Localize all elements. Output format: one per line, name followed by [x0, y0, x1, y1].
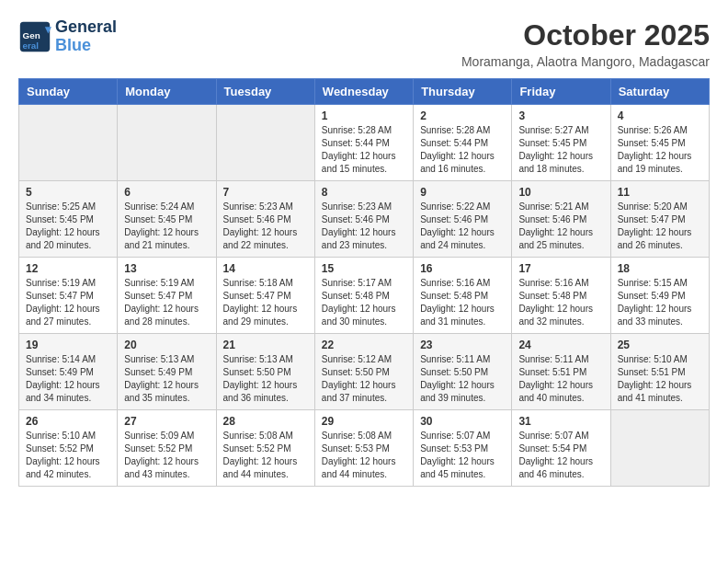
day-number: 13 [124, 262, 209, 275]
calendar-body: 1Sunrise: 5:28 AM Sunset: 5:44 PM Daylig… [19, 105, 710, 487]
day-number: 30 [420, 415, 505, 428]
calendar-week-4: 19Sunrise: 5:14 AM Sunset: 5:49 PM Dayli… [19, 334, 710, 410]
day-info: Sunrise: 5:14 AM Sunset: 5:49 PM Dayligh… [26, 353, 110, 405]
day-info: Sunrise: 5:23 AM Sunset: 5:46 PM Dayligh… [223, 201, 308, 252]
day-info: Sunrise: 5:21 AM Sunset: 5:46 PM Dayligh… [518, 201, 603, 252]
calendar-cell: 24Sunrise: 5:11 AM Sunset: 5:51 PM Dayli… [512, 334, 610, 410]
calendar-table: SundayMondayTuesdayWednesdayThursdayFrid… [18, 78, 710, 487]
weekday-header-tuesday: Tuesday [216, 79, 314, 105]
day-number: 19 [26, 339, 110, 351]
calendar-cell: 7Sunrise: 5:23 AM Sunset: 5:46 PM Daylig… [216, 181, 314, 258]
day-number: 29 [322, 415, 406, 428]
day-info: Sunrise: 5:19 AM Sunset: 5:47 PM Dayligh… [26, 277, 110, 328]
day-info: Sunrise: 5:20 AM Sunset: 5:47 PM Dayligh… [618, 201, 702, 252]
day-number: 20 [124, 339, 209, 351]
day-info: Sunrise: 5:28 AM Sunset: 5:44 PM Dayligh… [420, 124, 505, 176]
day-number: 23 [420, 339, 505, 351]
day-info: Sunrise: 5:22 AM Sunset: 5:46 PM Dayligh… [420, 201, 505, 252]
day-info: Sunrise: 5:16 AM Sunset: 5:48 PM Dayligh… [518, 277, 603, 328]
day-info: Sunrise: 5:25 AM Sunset: 5:45 PM Dayligh… [26, 201, 110, 252]
day-number: 31 [518, 415, 603, 428]
calendar-cell: 30Sunrise: 5:07 AM Sunset: 5:53 PM Dayli… [414, 410, 512, 487]
weekday-header-sunday: Sunday [19, 79, 118, 105]
logo-line2: Blue [55, 37, 117, 55]
calendar-header: SundayMondayTuesdayWednesdayThursdayFrid… [19, 79, 710, 105]
day-number: 18 [618, 262, 702, 275]
day-number: 22 [322, 339, 406, 351]
weekday-header-friday: Friday [512, 79, 610, 105]
day-info: Sunrise: 5:11 AM Sunset: 5:51 PM Dayligh… [518, 353, 603, 405]
day-info: Sunrise: 5:08 AM Sunset: 5:52 PM Dayligh… [223, 430, 308, 481]
calendar-cell: 1Sunrise: 5:28 AM Sunset: 5:44 PM Daylig… [314, 105, 413, 181]
day-info: Sunrise: 5:17 AM Sunset: 5:48 PM Dayligh… [322, 277, 406, 328]
calendar-cell [216, 105, 314, 181]
calendar-cell: 15Sunrise: 5:17 AM Sunset: 5:48 PM Dayli… [314, 258, 413, 334]
calendar-cell [610, 410, 709, 487]
day-info: Sunrise: 5:15 AM Sunset: 5:49 PM Dayligh… [618, 277, 702, 328]
calendar-cell: 19Sunrise: 5:14 AM Sunset: 5:49 PM Dayli… [19, 334, 118, 410]
calendar-cell [19, 105, 118, 181]
calendar-cell: 12Sunrise: 5:19 AM Sunset: 5:47 PM Dayli… [19, 258, 118, 334]
weekday-header-thursday: Thursday [414, 79, 512, 105]
calendar-cell: 16Sunrise: 5:16 AM Sunset: 5:48 PM Dayli… [414, 258, 512, 334]
day-number: 28 [223, 415, 308, 428]
day-number: 16 [420, 262, 505, 275]
day-info: Sunrise: 5:28 AM Sunset: 5:44 PM Dayligh… [322, 124, 406, 176]
calendar-cell: 11Sunrise: 5:20 AM Sunset: 5:47 PM Dayli… [610, 181, 709, 258]
calendar-cell: 4Sunrise: 5:26 AM Sunset: 5:45 PM Daylig… [610, 105, 709, 181]
day-number: 12 [26, 262, 110, 275]
day-info: Sunrise: 5:10 AM Sunset: 5:51 PM Dayligh… [618, 353, 702, 405]
calendar-week-2: 5Sunrise: 5:25 AM Sunset: 5:45 PM Daylig… [19, 181, 710, 258]
calendar-cell: 17Sunrise: 5:16 AM Sunset: 5:48 PM Dayli… [512, 258, 610, 334]
day-number: 2 [420, 109, 505, 122]
calendar-cell: 26Sunrise: 5:10 AM Sunset: 5:52 PM Dayli… [19, 410, 118, 487]
day-number: 9 [420, 186, 505, 199]
day-info: Sunrise: 5:08 AM Sunset: 5:53 PM Dayligh… [322, 430, 406, 481]
page-header: Gen eral General Blue October 2025 Moram… [18, 18, 710, 69]
day-info: Sunrise: 5:13 AM Sunset: 5:49 PM Dayligh… [124, 353, 209, 405]
calendar-cell: 10Sunrise: 5:21 AM Sunset: 5:46 PM Dayli… [512, 181, 610, 258]
calendar-week-1: 1Sunrise: 5:28 AM Sunset: 5:44 PM Daylig… [19, 105, 710, 181]
day-number: 14 [223, 262, 308, 275]
calendar-cell: 29Sunrise: 5:08 AM Sunset: 5:53 PM Dayli… [314, 410, 413, 487]
day-number: 10 [518, 186, 603, 199]
title-section: October 2025 Moramanga, Alaotra Mangoro,… [461, 18, 710, 69]
weekday-header-wednesday: Wednesday [314, 79, 413, 105]
day-info: Sunrise: 5:12 AM Sunset: 5:50 PM Dayligh… [322, 353, 406, 405]
calendar-cell: 3Sunrise: 5:27 AM Sunset: 5:45 PM Daylig… [512, 105, 610, 181]
calendar-cell [118, 105, 216, 181]
calendar-cell: 6Sunrise: 5:24 AM Sunset: 5:45 PM Daylig… [118, 181, 216, 258]
calendar-cell: 9Sunrise: 5:22 AM Sunset: 5:46 PM Daylig… [414, 181, 512, 258]
day-number: 15 [322, 262, 406, 275]
day-info: Sunrise: 5:13 AM Sunset: 5:50 PM Dayligh… [223, 353, 308, 405]
day-number: 4 [618, 109, 702, 122]
day-info: Sunrise: 5:10 AM Sunset: 5:52 PM Dayligh… [26, 430, 110, 481]
svg-text:Gen: Gen [23, 30, 40, 40]
day-info: Sunrise: 5:07 AM Sunset: 5:54 PM Dayligh… [518, 430, 603, 481]
calendar-cell: 18Sunrise: 5:15 AM Sunset: 5:49 PM Dayli… [610, 258, 709, 334]
day-number: 24 [518, 339, 603, 351]
day-number: 7 [223, 186, 308, 199]
calendar-cell: 28Sunrise: 5:08 AM Sunset: 5:52 PM Dayli… [216, 410, 314, 487]
day-info: Sunrise: 5:23 AM Sunset: 5:46 PM Dayligh… [322, 201, 406, 252]
day-number: 6 [124, 186, 209, 199]
day-number: 17 [518, 262, 603, 275]
day-info: Sunrise: 5:26 AM Sunset: 5:45 PM Dayligh… [618, 124, 702, 176]
calendar-cell: 22Sunrise: 5:12 AM Sunset: 5:50 PM Dayli… [314, 334, 413, 410]
calendar-cell: 27Sunrise: 5:09 AM Sunset: 5:52 PM Dayli… [118, 410, 216, 487]
logo-line1: General [55, 18, 117, 37]
day-info: Sunrise: 5:19 AM Sunset: 5:47 PM Dayligh… [124, 277, 209, 328]
day-number: 26 [26, 415, 110, 428]
calendar-cell: 31Sunrise: 5:07 AM Sunset: 5:54 PM Dayli… [512, 410, 610, 487]
location-subtitle: Moramanga, Alaotra Mangoro, Madagascar [461, 54, 710, 69]
day-number: 27 [124, 415, 209, 428]
day-info: Sunrise: 5:18 AM Sunset: 5:47 PM Dayligh… [223, 277, 308, 328]
day-info: Sunrise: 5:11 AM Sunset: 5:50 PM Dayligh… [420, 353, 505, 405]
weekday-header-row: SundayMondayTuesdayWednesdayThursdayFrid… [19, 79, 710, 105]
day-info: Sunrise: 5:27 AM Sunset: 5:45 PM Dayligh… [518, 124, 603, 176]
day-number: 5 [26, 186, 110, 199]
calendar-cell: 25Sunrise: 5:10 AM Sunset: 5:51 PM Dayli… [610, 334, 709, 410]
calendar-week-3: 12Sunrise: 5:19 AM Sunset: 5:47 PM Dayli… [19, 258, 710, 334]
calendar-cell: 20Sunrise: 5:13 AM Sunset: 5:49 PM Dayli… [118, 334, 216, 410]
logo: Gen eral General Blue [18, 18, 117, 55]
